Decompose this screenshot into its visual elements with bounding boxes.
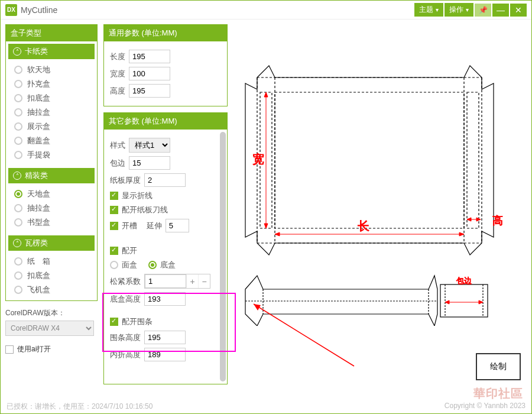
opt-drawer2[interactable]: 抽拉盒 (14, 201, 92, 215)
opt-aircraft[interactable]: 飞机盒 (14, 283, 92, 297)
opt-display[interactable]: 展示盒 (14, 119, 92, 134)
opt-snap[interactable]: 扣底盒 (14, 91, 92, 105)
opt-lid[interactable]: 天地盒 (14, 187, 92, 201)
tension-minus[interactable]: − (198, 274, 210, 288)
scrollbar[interactable] (220, 132, 226, 381)
thickness-input[interactable] (144, 173, 186, 187)
svg-rect-9 (440, 284, 488, 317)
tension-plus[interactable]: + (186, 274, 198, 288)
app-title: MyCutline (21, 5, 57, 15)
draw-button[interactable]: 绘制 (476, 353, 521, 380)
height-input[interactable] (129, 84, 170, 98)
topbox-radio[interactable] (110, 261, 118, 269)
length-input[interactable] (129, 50, 170, 63)
other-title: 其它参数 (单位:MM) (104, 113, 227, 130)
opt-bag[interactable]: 手提袋 (14, 148, 92, 162)
category-card[interactable]: ˄卡纸类 (8, 44, 95, 59)
dim-length: 长 (358, 219, 369, 232)
opt-book[interactable]: 书型盒 (14, 215, 92, 229)
slot-check[interactable] (110, 222, 118, 230)
opt-drawer[interactable]: 抽拉盒 (14, 105, 92, 119)
svg-rect-8 (467, 92, 479, 228)
svg-marker-16 (275, 232, 280, 236)
opt-flip[interactable]: 翻盖盒 (14, 134, 92, 148)
common-title: 通用参数 (单位:MM) (104, 25, 227, 41)
close-button[interactable]: ✕ (510, 4, 527, 17)
tension-stepper[interactable]: + − (144, 274, 210, 289)
wraph-input[interactable] (144, 331, 186, 344)
version-select[interactable]: CorelDRAW X4 (5, 321, 94, 336)
opt-poker[interactable]: 扑克盒 (14, 77, 92, 91)
pointer-arrow (248, 301, 360, 372)
operate-menu[interactable]: 操作▾ (445, 3, 473, 17)
dim-height: 高 (492, 215, 503, 227)
version-section: CorelDRAW版本： CorelDRAW X4 (5, 308, 98, 336)
category-corrugated[interactable]: ˄瓦楞类 (8, 235, 95, 251)
svg-rect-6 (275, 92, 464, 228)
ai-open-row[interactable]: 使用ai打开 (5, 344, 98, 354)
theme-menu[interactable]: 主题▾ (414, 3, 443, 17)
pei-check[interactable] (110, 247, 118, 255)
version-label: CorelDRAW版本： (5, 308, 98, 318)
sidebar: 盒子类型 ˄卡纸类 软天地 扑克盒 扣底盒 抽拉盒 展示盒 翻盖盒 手提袋 ˄精… (5, 24, 98, 394)
common-panel: 通用参数 (单位:MM) 长度 宽度 高度 (103, 24, 228, 106)
style-select[interactable]: 样式1 (129, 138, 170, 153)
svg-marker-26 (479, 300, 483, 304)
edge-input[interactable] (129, 156, 170, 170)
svg-line-27 (254, 304, 354, 366)
opt-carton[interactable]: 纸 箱 (14, 254, 92, 269)
opt-snap2[interactable]: 扣底盒 (14, 269, 92, 283)
box-diagram: 长 宽 高 包边 (233, 42, 517, 326)
app-logo: DX (5, 4, 17, 16)
opt-soft[interactable]: 软天地 (14, 63, 92, 77)
svg-marker-17 (459, 232, 464, 236)
ai-label: 使用ai打开 (17, 344, 51, 354)
slot-ext-input[interactable] (166, 219, 189, 232)
dieline-check[interactable] (110, 206, 118, 214)
status-right: Copyright © Yannbh 2023 (445, 402, 525, 411)
foldh-input[interactable] (144, 348, 186, 361)
category-hard[interactable]: ˄精装类 (8, 168, 95, 183)
wrap-check[interactable] (110, 318, 118, 326)
svg-marker-25 (445, 300, 449, 304)
pin-button[interactable]: 📌 (475, 4, 491, 17)
svg-marker-19 (264, 92, 268, 97)
params-column: 通用参数 (单位:MM) 长度 宽度 高度 其它参数 (单位:MM) 样式样式1… (103, 24, 228, 394)
other-panel: 其它参数 (单位:MM) 样式样式1 包边 纸板厚度 显示折线 配开纸板刀线 开… (103, 112, 228, 384)
minimize-button[interactable]: — (492, 4, 509, 17)
showfold-check[interactable] (110, 192, 118, 200)
status-left: 已授权：谢增长，使用至：2024/7/10 10:16:50 (7, 402, 153, 411)
bottombox-radio[interactable] (148, 261, 157, 269)
dim-width: 宽 (252, 153, 264, 166)
bottomh-input[interactable] (144, 292, 186, 306)
dim-edge: 包边 (456, 276, 472, 285)
svg-marker-22 (467, 218, 471, 221)
watermark: 華印社區 (473, 386, 523, 402)
ai-checkbox[interactable] (5, 345, 14, 354)
status-bar: 已授权：谢增长，使用至：2024/7/10 10:16:50 Copyright… (1, 399, 531, 413)
width-input[interactable] (129, 67, 170, 80)
box-type-panel: 盒子类型 ˄卡纸类 软天地 扑克盒 扣底盒 抽拉盒 展示盒 翻盖盒 手提袋 ˄精… (5, 24, 98, 301)
svg-marker-20 (264, 224, 268, 228)
box-type-title: 盒子类型 (6, 25, 97, 41)
title-bar: DX MyCutline 主题▾ 操作▾ 📌 — ✕ (1, 1, 531, 20)
